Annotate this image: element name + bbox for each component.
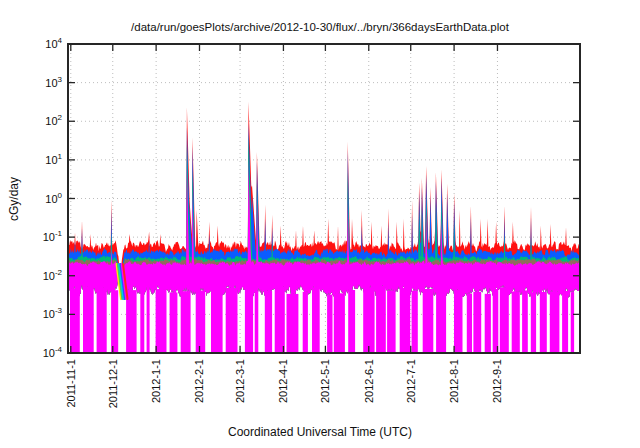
y-tick-label: 10-1 xyxy=(43,229,63,243)
x-tick-label: 2012-9-1 xyxy=(491,359,503,403)
x-tick-label: 2012-5-1 xyxy=(319,359,331,403)
x-tick-label: 2011-12-1 xyxy=(107,359,119,408)
x-tick-label: 2012-7-1 xyxy=(405,359,417,403)
y-tick-label: 10-3 xyxy=(43,306,63,320)
series-area-dose-magenta xyxy=(68,161,580,298)
y-tick-label: 10-2 xyxy=(43,268,63,282)
x-tick-label: 2012-4-1 xyxy=(277,359,289,403)
x-tick-label: 2012-1-1 xyxy=(150,359,162,403)
x-tick-label: 2012-6-1 xyxy=(363,359,375,403)
x-tick-label: 2011-11-1 xyxy=(65,359,77,408)
axes: 10410310210110010-110-210-310-42011-11-1… xyxy=(43,36,580,408)
plot-window: /data/run/goesPlots/archive/2012-10-30/f… xyxy=(0,0,640,448)
y-tick-label: 10-4 xyxy=(43,345,63,359)
y-tick-label: 100 xyxy=(45,191,62,205)
dropout-bars xyxy=(70,285,574,352)
y-tick-label: 102 xyxy=(45,113,62,127)
series-areas xyxy=(68,102,580,298)
chart-canvas: 10410310210110010-110-210-310-42011-11-1… xyxy=(0,0,640,448)
y-tick-label: 101 xyxy=(45,152,62,166)
x-tick-label: 2012-3-1 xyxy=(234,359,246,403)
y-tick-label: 103 xyxy=(45,75,62,89)
y-tick-label: 104 xyxy=(45,36,62,50)
x-tick-label: 2012-2-1 xyxy=(193,359,205,403)
x-tick-label: 2012-8-1 xyxy=(448,359,460,403)
